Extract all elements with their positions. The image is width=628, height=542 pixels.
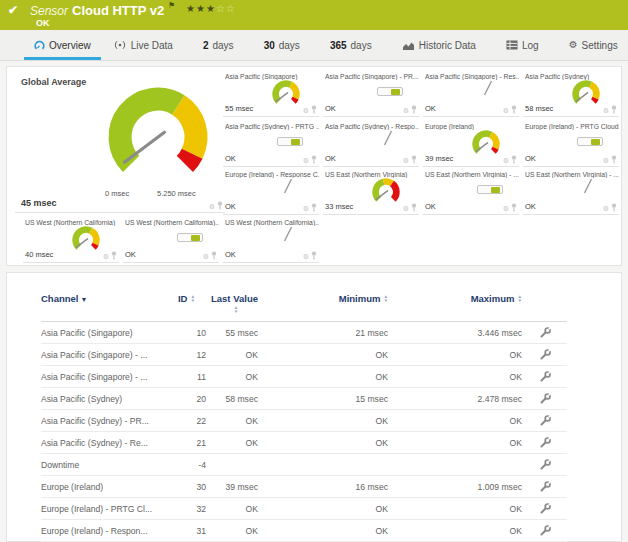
- table-row[interactable]: Downtime -4: [41, 454, 567, 476]
- table-row[interactable]: Asia Pacific (Singapore) - ... 12 OK OK …: [41, 344, 567, 366]
- tab-2-days[interactable]: 2 days: [193, 33, 244, 60]
- gear-icon[interactable]: ⚙: [603, 205, 609, 212]
- channel-settings-wrench-icon[interactable]: [539, 436, 551, 448]
- gear-icon[interactable]: ⚙: [103, 253, 109, 260]
- cell-maximum: [393, 454, 527, 476]
- column-header-channel[interactable]: Channel▼: [41, 291, 167, 322]
- channel-settings-wrench-icon[interactable]: [539, 392, 551, 404]
- tab-historic-data[interactable]: Historic Data: [392, 33, 486, 60]
- column-header-minimum[interactable]: Minimum▲▼: [263, 291, 393, 322]
- status-switch-icon: [277, 137, 303, 146]
- channel-tile[interactable]: Europe (Ireland) 39 msec ⚙: [423, 121, 519, 167]
- gear-icon[interactable]: ⚙: [503, 107, 509, 114]
- global-average-tile[interactable]: Global Average 0 msec 5.250 msec 45 msec…: [15, 71, 225, 213]
- cell-maximum: OK: [393, 498, 527, 520]
- tab-365-days[interactable]: 365 days: [320, 33, 382, 60]
- tab-30-days[interactable]: 30 days: [254, 33, 310, 60]
- table-row[interactable]: Asia Pacific (Sydney) - Re... 21 OK OK O…: [41, 432, 567, 454]
- channel-settings-wrench-icon[interactable]: [539, 480, 551, 492]
- gear-icon[interactable]: ⚙: [303, 107, 309, 114]
- cell-channel[interactable]: Europe (Ireland): [41, 476, 167, 498]
- pin-icon[interactable]: [211, 251, 217, 260]
- tab-overview[interactable]: Overview: [24, 33, 101, 60]
- channel-tile[interactable]: Asia Pacific (Sydney) - Respo... OK ⚙: [323, 121, 419, 167]
- channel-tile[interactable]: US East (Northern Virginia) - ... OK ⚙: [523, 169, 619, 215]
- tab-log[interactable]: Log: [496, 33, 549, 60]
- column-header-id[interactable]: ID▲▼: [167, 291, 211, 322]
- pin-icon[interactable]: [411, 105, 417, 114]
- channel-tile[interactable]: Europe (Ireland) - PRTG Cloud... OK ⚙: [523, 121, 619, 167]
- cell-channel[interactable]: Downtime: [41, 454, 167, 476]
- channel-tile[interactable]: US West (Northern California)... OK ⚙: [123, 217, 219, 263]
- channel-settings-wrench-icon[interactable]: [539, 348, 551, 360]
- cell-channel[interactable]: Asia Pacific (Singapore) - ...: [41, 344, 167, 366]
- tab-number: 2: [203, 40, 209, 51]
- cell-channel[interactable]: Europe (Ireland) - PRTG Cl...: [41, 498, 167, 520]
- gear-icon[interactable]: ⚙: [403, 107, 409, 114]
- table-row[interactable]: Europe (Ireland) - PRTG Cl... 32 OK OK O…: [41, 498, 567, 520]
- gear-icon[interactable]: ⚙: [403, 157, 409, 164]
- cell-channel[interactable]: Asia Pacific (Sydney) - PR...: [41, 410, 167, 432]
- gear-icon[interactable]: ⚙: [203, 253, 209, 260]
- gear-icon[interactable]: ⚙: [403, 205, 409, 212]
- gear-icon[interactable]: ⚙: [603, 157, 609, 164]
- tab-live-data[interactable]: Live Data: [103, 33, 183, 60]
- channel-tile[interactable]: US West (Northern California)... OK ⚙: [223, 217, 319, 263]
- cell-channel[interactable]: Asia Pacific (Sydney): [41, 388, 167, 410]
- cell-channel[interactable]: Asia Pacific (Sydney) - Re...: [41, 432, 167, 454]
- table-row[interactable]: Europe (Ireland) - Respon... 31 OK OK OK: [41, 520, 567, 542]
- gear-icon[interactable]: ⚙: [503, 157, 509, 164]
- table-row[interactable]: Asia Pacific (Sydney) - PR... 22 OK OK O…: [41, 410, 567, 432]
- channel-settings-wrench-icon[interactable]: [539, 326, 551, 338]
- channel-tile[interactable]: Asia Pacific (Singapore) - PR... OK ⚙: [323, 71, 419, 117]
- pin-icon[interactable]: [311, 155, 317, 164]
- gauge-overview-icon: [34, 40, 45, 51]
- tab-settings[interactable]: ⚙ Settings: [559, 33, 628, 60]
- channel-settings-wrench-icon[interactable]: [539, 524, 551, 536]
- stars-empty[interactable]: ☆☆: [216, 3, 236, 14]
- cell-channel[interactable]: Asia Pacific (Singapore): [41, 322, 167, 344]
- table-row[interactable]: Asia Pacific (Singapore) - ... 11 OK OK …: [41, 366, 567, 388]
- channel-tile[interactable]: Asia Pacific (Sydney) - PRTG ... OK ⚙: [223, 121, 319, 167]
- channel-settings-wrench-icon[interactable]: [539, 414, 551, 426]
- gear-icon[interactable]: ⚙: [209, 203, 215, 210]
- gear-icon[interactable]: ⚙: [603, 107, 609, 114]
- cell-channel[interactable]: Europe (Ireland) - Respon...: [41, 520, 167, 542]
- channel-tile[interactable]: Asia Pacific (Sydney) 58 msec ⚙: [523, 71, 619, 117]
- pin-icon[interactable]: [311, 105, 317, 114]
- gear-icon[interactable]: ⚙: [503, 205, 509, 212]
- pin-icon[interactable]: [511, 105, 517, 114]
- pin-icon[interactable]: [111, 251, 117, 260]
- pin-icon[interactable]: [511, 203, 517, 212]
- priority-flag-icon[interactable]: ⚑: [168, 1, 175, 10]
- gear-icon[interactable]: ⚙: [303, 253, 309, 260]
- table-row[interactable]: Europe (Ireland) 30 39 msec 16 msec 1.00…: [41, 476, 567, 498]
- priority-stars[interactable]: ★★★☆☆: [186, 3, 236, 14]
- channel-tile[interactable]: Asia Pacific (Singapore) - Res... OK ⚙: [423, 71, 519, 117]
- channel-tile[interactable]: US West (Northern California) 40 msec ⚙: [23, 217, 119, 263]
- table-row[interactable]: Asia Pacific (Sydney) 20 58 msec 15 msec…: [41, 388, 567, 410]
- channel-tile[interactable]: US East (Northern Virginia) 33 msec ⚙: [323, 169, 419, 215]
- pin-icon[interactable]: [511, 155, 517, 164]
- channel-settings-wrench-icon[interactable]: [539, 458, 551, 470]
- table-row[interactable]: Asia Pacific (Singapore) 10 55 msec 21 m…: [41, 322, 567, 344]
- column-header-maximum[interactable]: Maximum▲▼: [393, 291, 527, 322]
- column-header-last-value[interactable]: Last Value▲▼: [211, 291, 263, 322]
- channel-tile[interactable]: US East (Northern Virginia) - ... OK ⚙: [423, 169, 519, 215]
- channel-settings-wrench-icon[interactable]: [539, 502, 551, 514]
- pin-icon[interactable]: [311, 203, 317, 212]
- pin-icon[interactable]: [611, 105, 617, 114]
- pin-icon[interactable]: [611, 203, 617, 212]
- channel-settings-wrench-icon[interactable]: [539, 370, 551, 382]
- gear-icon[interactable]: ⚙: [303, 157, 309, 164]
- pin-icon[interactable]: [611, 155, 617, 164]
- stars-filled[interactable]: ★★★: [186, 3, 216, 14]
- tab-label: Historic Data: [419, 40, 476, 51]
- channel-tile[interactable]: Europe (Ireland) - Response C... OK ⚙: [223, 169, 319, 215]
- channel-tile[interactable]: Asia Pacific (Singapore) 55 msec ⚙: [223, 71, 319, 117]
- pin-icon[interactable]: [311, 251, 317, 260]
- cell-channel[interactable]: Asia Pacific (Singapore) - ...: [41, 366, 167, 388]
- gear-icon[interactable]: ⚙: [303, 205, 309, 212]
- pin-icon[interactable]: [411, 203, 417, 212]
- pin-icon[interactable]: [411, 155, 417, 164]
